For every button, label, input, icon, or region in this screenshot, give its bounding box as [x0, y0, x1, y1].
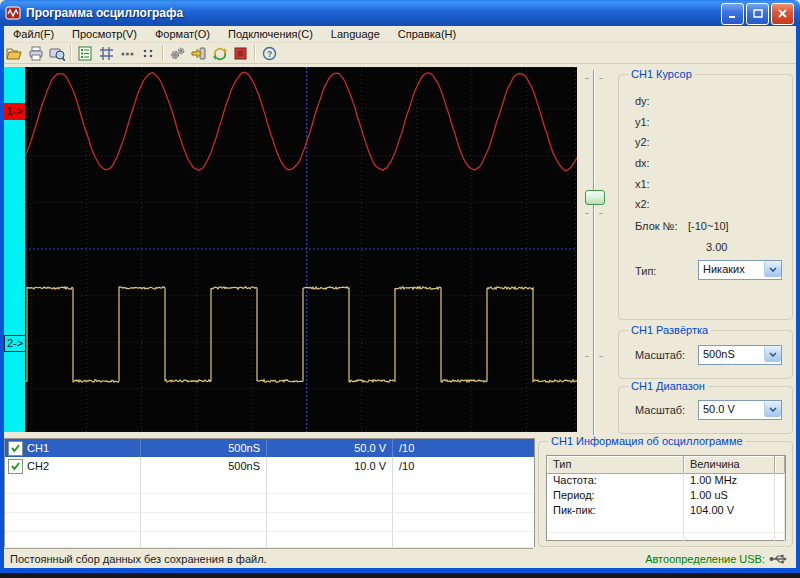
table-row-empty: [5, 494, 534, 513]
block-slider: [578, 64, 612, 442]
channel-probe: /10: [393, 457, 534, 475]
table-row-empty: [5, 513, 534, 532]
info-row-frequency: Частота:1.00 MHz: [547, 473, 785, 488]
gears-icon: [170, 46, 186, 61]
info-row-peak: Пик-пик:104.00 V: [547, 503, 785, 518]
ch2-trigger-marker[interactable]: 2->: [4, 335, 26, 352]
usb-status-label: Автоопределение USB:: [645, 553, 765, 565]
cursor-x2-label: x2:: [635, 198, 650, 210]
ch1-trigger-marker[interactable]: 1->: [4, 103, 25, 120]
cursor-dy-label: dy:: [635, 95, 650, 107]
grid-icon: [99, 46, 114, 61]
table-row-ch2[interactable]: CH2 500nS 10.0 V /10: [5, 457, 534, 475]
close-button[interactable]: [771, 3, 794, 25]
check-icon: [10, 443, 21, 454]
toolbar-separator: [70, 45, 72, 61]
check-icon: [10, 461, 21, 472]
channel-probe: /10: [393, 439, 534, 457]
slider-tick: [599, 213, 603, 214]
menu-format[interactable]: Формат(O): [146, 26, 219, 42]
sweep-scale-label: Масштаб:: [635, 349, 685, 361]
info-row-period: Период:1.00 uS: [547, 488, 785, 503]
channel-marker-strip: 1-> 2->: [4, 67, 25, 432]
menu-connections[interactable]: Подключения(C): [219, 26, 322, 42]
help-button[interactable]: ?: [259, 44, 280, 63]
app-icon: [5, 5, 21, 21]
app-window: Программа осциллографа Файл(F) Просмотр(…: [0, 0, 800, 578]
block-current-value: 3.00: [706, 241, 727, 253]
sweep-panel: CH1 Развёртка Масштаб: 500nS: [618, 330, 793, 379]
slider-thumb[interactable]: [585, 190, 605, 205]
menu-file[interactable]: Файл(F): [4, 26, 63, 42]
block-range-value: [-10~10]: [688, 220, 729, 232]
print-preview-button[interactable]: [46, 44, 67, 63]
toolbar-separator: [162, 45, 164, 61]
info-col-type: Тип: [547, 456, 684, 474]
channel-range: 50.0 V: [267, 439, 393, 457]
sweep-scale-select[interactable]: 500nS: [698, 345, 782, 365]
sweep-panel-title: CH1 Развёртка: [628, 324, 711, 337]
cursor-dots-icon: [120, 46, 135, 61]
cursor-panel: CH1 Курсор dy: y1: y2: dx: x1: x2: Блок …: [618, 74, 793, 320]
help-icon: ?: [262, 46, 277, 61]
connect-device-button[interactable]: [188, 44, 209, 63]
cursor-panel-title: CH1 Курсор: [628, 68, 695, 81]
status-message: Постоянный сбор данных без сохранения в …: [4, 548, 533, 568]
range-panel-title: CH1 Диапазон: [628, 380, 708, 393]
window-title: Программа осциллографа: [26, 6, 183, 20]
channel-timebase: 500nS: [141, 457, 267, 475]
menu-bar: Файл(F) Просмотр(V) Формат(O) Подключени…: [4, 26, 796, 43]
svg-text:?: ?: [267, 49, 273, 59]
title-bar: Программа осциллографа: [0, 0, 800, 26]
slider-track[interactable]: [593, 70, 595, 438]
channels-table: CH1 500nS 50.0 V /10 CH2 500nS 10.0 V /1…: [4, 438, 535, 547]
cursor-dx-label: dx:: [635, 157, 650, 169]
toolbar-separator: [254, 45, 256, 61]
table-row-ch1[interactable]: CH1 500nS 50.0 V /10: [5, 439, 534, 457]
channel-list-icon: [78, 46, 93, 61]
cursor-y2-label: y2:: [635, 136, 650, 148]
info-panel: CH1 Информация об осциллограмме Тип Вели…: [538, 441, 793, 547]
cursor-dots-button[interactable]: [117, 44, 138, 63]
slider-tick: [585, 78, 589, 79]
menu-view[interactable]: Просмотр(V): [63, 26, 146, 42]
connect-icon: [191, 46, 207, 61]
toolbar: ?: [4, 43, 796, 64]
minimize-button[interactable]: [721, 3, 744, 25]
channel-range: 10.0 V: [267, 457, 393, 475]
info-panel-title: CH1 Информация об осциллограмме: [548, 435, 746, 448]
stop-icon: [234, 47, 247, 60]
channel-timebase: 500nS: [141, 439, 267, 457]
scope-display[interactable]: [25, 67, 577, 432]
print-button[interactable]: [25, 44, 46, 63]
info-col-spacer: [775, 456, 785, 474]
maximize-button[interactable]: [746, 3, 769, 25]
open-button[interactable]: [4, 44, 25, 63]
close-icon: [778, 9, 788, 19]
channel-list-button[interactable]: [75, 44, 96, 63]
chevron-down-icon[interactable]: [764, 346, 781, 362]
maximize-icon: [753, 9, 763, 19]
settings-gears-button[interactable]: [167, 44, 188, 63]
chevron-down-icon[interactable]: [764, 261, 781, 277]
align-points-button[interactable]: [138, 44, 159, 63]
open-folder-icon: [6, 46, 23, 61]
slider-tick: [599, 78, 603, 79]
ch2-checkbox[interactable]: [8, 459, 23, 474]
channel-name: CH2: [27, 457, 49, 475]
refresh-connection-button[interactable]: [209, 44, 230, 63]
menu-help[interactable]: Справка(H): [389, 26, 465, 42]
table-row-empty: [5, 475, 534, 494]
info-row-empty: [547, 533, 785, 548]
block-number-label: Блок №:: [635, 220, 677, 232]
range-scale-select[interactable]: 50.0 V: [698, 400, 782, 420]
chevron-down-icon[interactable]: [764, 401, 781, 417]
slider-tick: [585, 356, 589, 357]
slider-tick: [585, 213, 589, 214]
stop-acquisition-button[interactable]: [230, 44, 251, 63]
ch1-checkbox[interactable]: [8, 441, 23, 456]
usb-icon: [769, 553, 787, 565]
grid-button[interactable]: [96, 44, 117, 63]
cursor-type-select[interactable]: Никаких: [698, 260, 782, 280]
menu-language[interactable]: Language: [322, 26, 389, 42]
